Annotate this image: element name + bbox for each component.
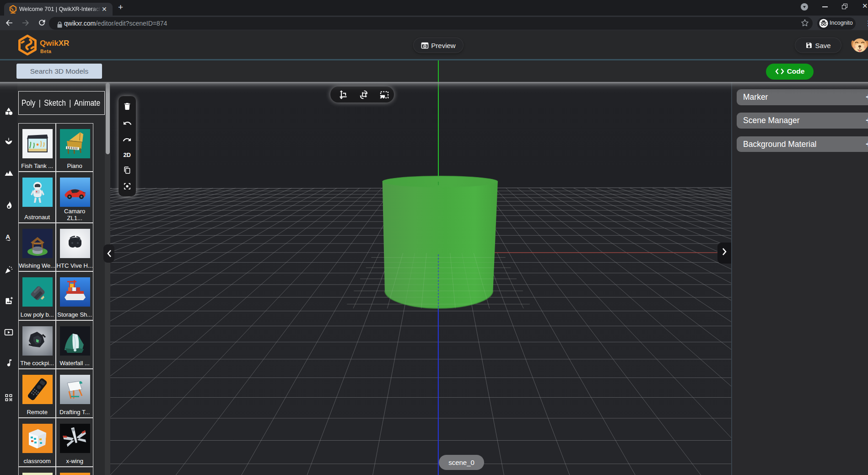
svg-text:A: A (5, 233, 10, 240)
svg-text:2D: 2D (123, 151, 131, 158)
